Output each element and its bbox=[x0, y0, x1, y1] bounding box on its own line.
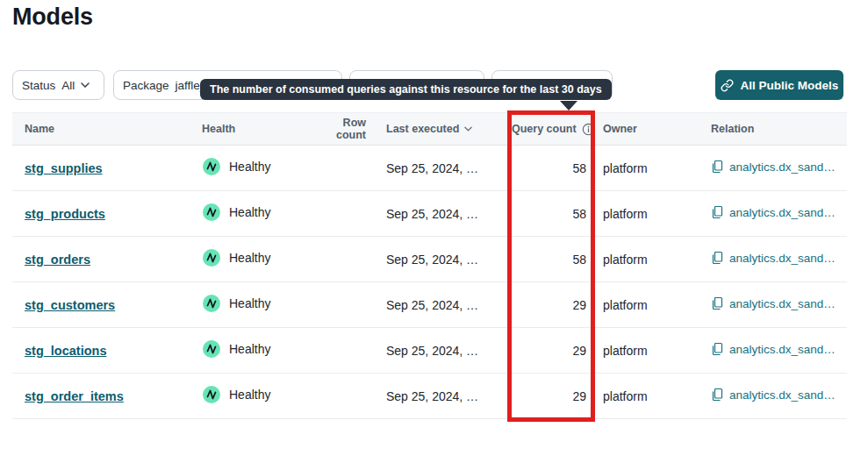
column-header-row-count: Row count bbox=[319, 113, 386, 146]
column-header-name: Name bbox=[12, 113, 202, 146]
relation-link[interactable]: analytics.dx_sand… bbox=[711, 160, 836, 174]
cell-name: stg_locations bbox=[12, 328, 202, 374]
cell-row-count bbox=[319, 328, 386, 374]
page-title: Models bbox=[12, 4, 93, 31]
table-row: stg_order_items Healthy Sep 25, 2024, … … bbox=[12, 374, 847, 419]
cell-last-executed: Sep 25, 2024, … bbox=[386, 282, 503, 328]
health-pulse-icon bbox=[202, 339, 221, 359]
cell-last-executed: Sep 25, 2024, … bbox=[386, 237, 503, 282]
health-pulse-icon bbox=[202, 385, 221, 404]
cell-query-count: 58 bbox=[503, 191, 595, 237]
health-pulse-icon bbox=[202, 248, 221, 267]
column-header-health: Health bbox=[202, 113, 319, 146]
info-icon[interactable] bbox=[582, 123, 595, 136]
document-icon bbox=[711, 342, 724, 356]
cell-health: Healthy bbox=[202, 237, 319, 282]
cell-name: stg_products bbox=[12, 191, 202, 237]
cell-row-count bbox=[319, 191, 386, 237]
last-executed-label: Last executed bbox=[386, 123, 459, 135]
relation-link[interactable]: analytics.dx_sand… bbox=[711, 388, 836, 402]
cell-query-count: 58 bbox=[503, 146, 595, 191]
table-header-row: Name Health Row count Last executed Quer… bbox=[12, 113, 847, 146]
query-count-tooltip: The number of consumed queries against t… bbox=[200, 79, 612, 100]
cell-owner: platform bbox=[595, 237, 698, 282]
column-header-owner: Owner bbox=[595, 113, 698, 146]
document-icon bbox=[711, 160, 724, 174]
cell-relation: analytics.dx_sand… bbox=[698, 146, 847, 191]
status-filter-label: Status bbox=[22, 79, 55, 92]
health-label: Healthy bbox=[229, 251, 270, 265]
cell-query-count: 29 bbox=[503, 374, 595, 419]
relation-label: analytics.dx_sand… bbox=[729, 388, 836, 402]
cell-owner: platform bbox=[595, 191, 698, 237]
cell-query-count: 29 bbox=[503, 282, 595, 328]
cell-row-count bbox=[319, 237, 386, 282]
relation-label: analytics.dx_sand… bbox=[729, 206, 836, 219]
cell-last-executed: Sep 25, 2024, … bbox=[386, 191, 503, 237]
cell-owner: platform bbox=[595, 328, 698, 374]
cell-relation: analytics.dx_sand… bbox=[698, 237, 847, 282]
cell-last-executed: Sep 25, 2024, … bbox=[386, 374, 503, 419]
health-label: Healthy bbox=[229, 160, 270, 174]
cell-health: Healthy bbox=[202, 328, 319, 374]
cell-health: Healthy bbox=[202, 146, 319, 191]
document-icon bbox=[711, 205, 724, 219]
cell-query-count: 58 bbox=[503, 237, 595, 282]
cell-owner: platform bbox=[595, 282, 698, 328]
column-header-last-executed[interactable]: Last executed bbox=[386, 113, 503, 146]
relation-label: analytics.dx_sand… bbox=[729, 343, 836, 356]
relation-link[interactable]: analytics.dx_sand… bbox=[711, 205, 836, 219]
query-count-label: Query count bbox=[512, 123, 577, 135]
relation-link[interactable]: analytics.dx_sand… bbox=[711, 251, 836, 265]
table-row: stg_orders Healthy Sep 25, 2024, … 58 pl… bbox=[12, 237, 847, 282]
status-filter-dropdown[interactable]: Status All bbox=[12, 70, 104, 100]
model-link[interactable]: stg_products bbox=[25, 207, 105, 221]
cell-last-executed: Sep 25, 2024, … bbox=[386, 328, 503, 374]
relation-label: analytics.dx_sand… bbox=[729, 252, 836, 265]
column-header-relation: Relation bbox=[698, 113, 847, 146]
cell-health: Healthy bbox=[202, 282, 319, 328]
cell-name: stg_orders bbox=[12, 237, 202, 282]
health-label: Healthy bbox=[229, 388, 270, 402]
cell-row-count bbox=[319, 374, 386, 419]
cell-relation: analytics.dx_sand… bbox=[698, 374, 847, 419]
document-icon bbox=[711, 388, 724, 402]
all-public-models-label: All Public Models bbox=[741, 79, 839, 92]
relation-link[interactable]: analytics.dx_sand… bbox=[711, 342, 836, 356]
model-link[interactable]: stg_orders bbox=[25, 253, 90, 267]
link-chain-icon bbox=[721, 79, 734, 92]
cell-name: stg_order_items bbox=[12, 374, 202, 419]
cell-owner: platform bbox=[595, 374, 698, 419]
cell-relation: analytics.dx_sand… bbox=[698, 328, 847, 374]
document-icon bbox=[711, 296, 724, 310]
cell-name: stg_customers bbox=[12, 282, 202, 328]
health-pulse-icon bbox=[202, 203, 221, 222]
cell-relation: analytics.dx_sand… bbox=[698, 191, 847, 237]
cell-row-count bbox=[319, 282, 386, 328]
document-icon bbox=[711, 251, 724, 265]
model-link[interactable]: stg_order_items bbox=[25, 389, 124, 403]
model-link[interactable]: stg_customers bbox=[25, 298, 115, 312]
models-table: Name Health Row count Last executed Quer… bbox=[12, 112, 847, 419]
relation-label: analytics.dx_sand… bbox=[729, 160, 836, 174]
table-row: stg_customers Healthy Sep 25, 2024, … 29… bbox=[12, 282, 847, 328]
cell-relation: analytics.dx_sand… bbox=[698, 282, 847, 328]
health-pulse-icon bbox=[202, 157, 221, 176]
relation-link[interactable]: analytics.dx_sand… bbox=[711, 296, 836, 310]
cell-health: Healthy bbox=[202, 374, 319, 419]
table-row: stg_supplies Healthy Sep 25, 2024, … 58 … bbox=[12, 146, 847, 191]
cell-health: Healthy bbox=[202, 191, 319, 237]
cell-owner: platform bbox=[595, 146, 698, 191]
status-filter-value: All bbox=[61, 79, 75, 92]
health-label: Healthy bbox=[229, 205, 270, 219]
model-link[interactable]: stg_locations bbox=[25, 344, 106, 358]
relation-label: analytics.dx_sand… bbox=[729, 297, 836, 310]
all-public-models-button[interactable]: All Public Models bbox=[715, 70, 843, 100]
model-link[interactable]: stg_supplies bbox=[25, 161, 103, 175]
health-label: Healthy bbox=[229, 296, 270, 310]
table-row: stg_locations Healthy Sep 25, 2024, … 29… bbox=[12, 328, 847, 374]
chevron-down-icon bbox=[81, 82, 90, 88]
health-pulse-icon bbox=[202, 294, 221, 313]
cell-last-executed: Sep 25, 2024, … bbox=[386, 146, 503, 191]
sort-chevron-down-icon bbox=[464, 126, 472, 132]
